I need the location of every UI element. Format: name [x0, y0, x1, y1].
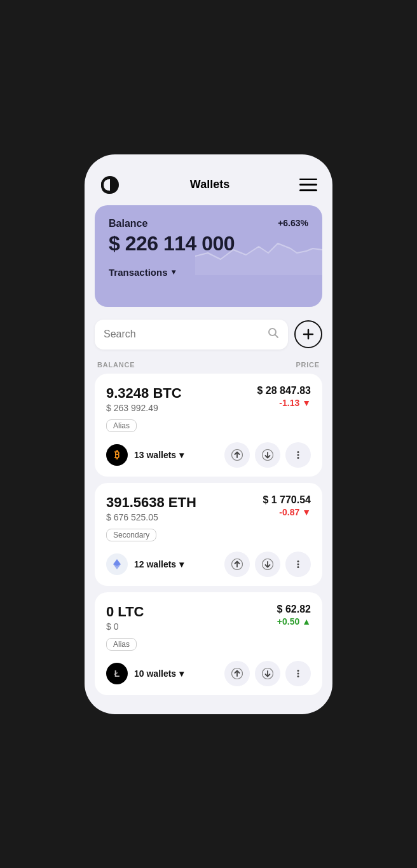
- svg-point-20: [297, 566, 299, 568]
- arrow-down-icon: ▼: [302, 398, 311, 408]
- coin-balance-ltc: 0 LTC $ 0: [106, 604, 144, 632]
- svg-point-9: [297, 451, 299, 453]
- send-eth-button[interactable]: [224, 552, 250, 577]
- coin-actions-ltc: [224, 661, 311, 686]
- coin-top-eth: 391.5638 ETH $ 676 525.05 $ 1 770.54 -0.…: [106, 494, 311, 522]
- coin-actions-btc: [224, 442, 311, 468]
- chevron-down-icon: ▾: [172, 268, 175, 276]
- search-box: [95, 320, 288, 349]
- coin-card-eth: 391.5638 ETH $ 676 525.05 $ 1 770.54 -0.…: [95, 483, 322, 586]
- ltc-logo-icon: Ł: [106, 663, 128, 684]
- eth-logo-icon: [106, 553, 128, 575]
- coin-alias-eth: Secondary: [106, 529, 156, 541]
- col-balance-header: BALANCE: [97, 361, 135, 369]
- coin-balance-eth: 391.5638 ETH $ 676 525.05: [106, 494, 196, 522]
- coin-price-ltc: $ 62.82 +0.50 ▲: [277, 604, 311, 627]
- header: Wallets: [85, 167, 332, 205]
- coin-alias-btc: Alias: [106, 419, 137, 432]
- add-wallet-button[interactable]: [294, 320, 322, 348]
- coin-price-btc: $ 28 847.83 -1.13 ▼: [257, 385, 311, 408]
- arrow-up-icon: ▲: [302, 616, 311, 627]
- svg-point-19: [297, 563, 299, 565]
- svg-point-27: [297, 675, 299, 677]
- coin-card-btc: 9.3248 BTC $ 263 992.49 $ 28 847.83 -1.1…: [95, 374, 322, 477]
- receive-eth-button[interactable]: [255, 552, 280, 577]
- search-icon: [268, 327, 279, 342]
- coin-balance-btc: 9.3248 BTC $ 263 992.49: [106, 385, 182, 413]
- search-section: [95, 320, 322, 349]
- svg-point-11: [297, 457, 299, 459]
- send-btc-button[interactable]: [224, 442, 250, 468]
- page-title: Wallets: [190, 178, 229, 191]
- coin-change-ltc: +0.50 ▲: [277, 616, 311, 627]
- btc-wallet-count[interactable]: 13 wallets ▾: [134, 450, 184, 460]
- coin-top-ltc: 0 LTC $ 0 $ 62.82 +0.50 ▲: [106, 604, 311, 632]
- coin-bottom-ltc: Ł 10 wallets ▾: [106, 661, 311, 686]
- arrow-down-icon: ▼: [302, 507, 311, 517]
- more-ltc-button[interactable]: [285, 661, 311, 686]
- coin-change-eth: -0.87 ▼: [263, 507, 311, 517]
- more-eth-button[interactable]: [285, 552, 311, 577]
- column-headers: BALANCE PRICE: [85, 352, 332, 374]
- coin-wallet-info-eth: 12 wallets ▾: [106, 553, 184, 575]
- eth-wallet-count[interactable]: 12 wallets ▾: [134, 559, 184, 569]
- btc-logo-icon: ₿: [106, 444, 128, 466]
- phone-wrapper: Wallets Balance +6.63% $ 226 114 000: [0, 0, 417, 868]
- balance-card: Balance +6.63% $ 226 114 000 Transaction…: [95, 205, 322, 307]
- svg-point-26: [297, 672, 299, 674]
- menu-icon[interactable]: [299, 179, 317, 191]
- coin-wallet-info-btc: ₿ 13 wallets ▾: [106, 444, 184, 466]
- send-ltc-button[interactable]: [224, 661, 250, 686]
- chevron-down-icon: ▾: [179, 450, 184, 460]
- coin-price-eth: $ 1 770.54 -0.87 ▼: [263, 494, 311, 517]
- coin-bottom-btc: ₿ 13 wallets ▾: [106, 442, 311, 468]
- coins-list: 9.3248 BTC $ 263 992.49 $ 28 847.83 -1.1…: [85, 374, 332, 695]
- search-input[interactable]: [104, 329, 261, 340]
- svg-point-10: [297, 454, 299, 456]
- svg-point-25: [297, 670, 299, 672]
- more-btc-button[interactable]: [285, 442, 311, 468]
- phone-frame: Wallets Balance +6.63% $ 226 114 000: [85, 154, 332, 714]
- coin-wallet-info-ltc: Ł 10 wallets ▾: [106, 663, 184, 684]
- coin-top-btc: 9.3248 BTC $ 263 992.49 $ 28 847.83 -1.1…: [106, 385, 311, 413]
- coin-change-btc: -1.13 ▼: [257, 398, 311, 408]
- coin-bottom-eth: 12 wallets ▾: [106, 552, 311, 577]
- svg-line-2: [275, 334, 278, 337]
- coin-actions-eth: [224, 552, 311, 577]
- chevron-down-icon: ▾: [179, 668, 184, 679]
- transactions-button[interactable]: Transactions ▾: [109, 267, 175, 278]
- svg-point-18: [297, 560, 299, 562]
- receive-ltc-button[interactable]: [255, 661, 280, 686]
- coin-alias-ltc: Alias: [106, 638, 137, 651]
- coin-card-ltc: 0 LTC $ 0 $ 62.82 +0.50 ▲ Alias Ł: [95, 592, 322, 695]
- balance-label: Balance: [109, 218, 147, 229]
- col-price-header: PRICE: [296, 361, 320, 369]
- balance-chart: [195, 224, 322, 275]
- chevron-down-icon: ▾: [179, 559, 184, 569]
- app-logo-icon: [100, 175, 120, 195]
- search-row: [95, 320, 322, 349]
- receive-btc-button[interactable]: [255, 442, 280, 468]
- ltc-wallet-count[interactable]: 10 wallets ▾: [134, 668, 184, 679]
